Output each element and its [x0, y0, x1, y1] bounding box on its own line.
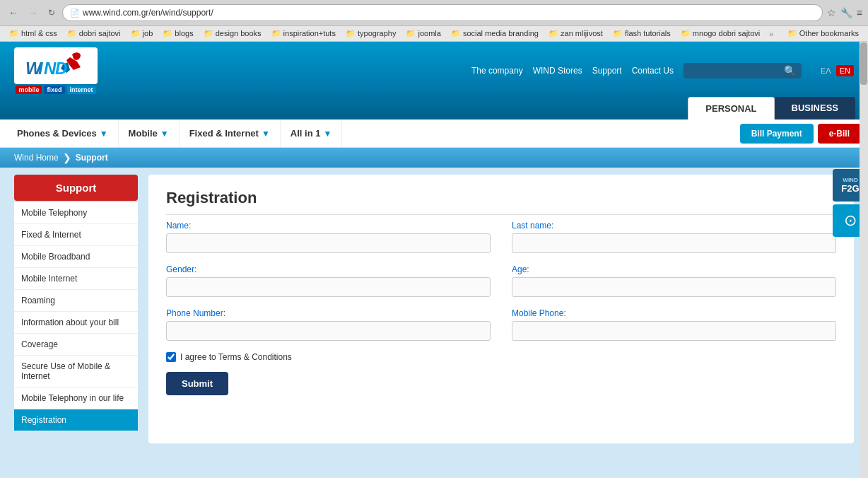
form-title: Registration: [166, 189, 836, 215]
gender-input[interactable]: [166, 277, 491, 297]
breadcrumb: Wind Home ❯ Support: [0, 148, 868, 168]
nav-contact[interactable]: Contact Us: [632, 66, 674, 76]
mobile-phone-label: Mobile Phone:: [512, 308, 836, 318]
search-icon[interactable]: 🔍: [784, 65, 796, 76]
sidebar-item-secure-use[interactable]: Secure Use of Mobile & Internet: [14, 356, 138, 387]
name-input[interactable]: [166, 233, 491, 253]
phone-label: Phone Number:: [166, 308, 491, 318]
sidebar-item-bill-info[interactable]: Information about your bill: [14, 312, 138, 334]
other-bookmarks[interactable]: 📁 Other bookmarks: [784, 28, 862, 39]
form-group-phone: Phone Number:: [166, 308, 491, 341]
form-group-age: Age:: [512, 264, 836, 297]
submit-button[interactable]: Submit: [166, 372, 228, 395]
menu-icon[interactable]: ≡: [857, 7, 862, 18]
nav-fixed-label: Fixed & Internet: [189, 128, 259, 139]
nav-phones-devices[interactable]: Phones & Devices ▼: [7, 119, 119, 147]
bookmarks-bar: 📁 html & css 📁 dobri sajtovi 📁 job 📁 blo…: [0, 26, 868, 42]
nav-fixed-internet[interactable]: Fixed & Internet ▼: [180, 119, 281, 147]
scrollbar[interactable]: [860, 42, 868, 478]
lastname-label: Last name:: [512, 221, 836, 231]
nav-support[interactable]: Support: [592, 66, 622, 76]
address-bar[interactable]: 📄 www.wind.com.gr/en/wind/support/: [62, 4, 823, 21]
bookmark-design[interactable]: 📁 design books: [200, 28, 265, 39]
more-bookmarks[interactable]: »: [769, 30, 773, 38]
fixed-dropdown-icon: ▼: [262, 129, 270, 139]
bookmark-zan[interactable]: 📁 zan mlijivost: [545, 28, 606, 39]
tab-personal[interactable]: PERSONAL: [688, 97, 774, 119]
form-row-phones: Phone Number: Mobile Phone:: [166, 308, 836, 341]
form-group-name: Name:: [166, 221, 491, 253]
bill-payment-button[interactable]: Bill Payment: [740, 124, 814, 144]
bookmark-inspiration[interactable]: 📁 inspiration+tuts: [268, 28, 339, 39]
bookmark-dobri[interactable]: 📁 dobri sajtovi: [64, 28, 124, 39]
ebill-button[interactable]: e-Bill: [818, 124, 861, 144]
bookmark-mnogo[interactable]: 📁 mnogo dobri sajtovi: [677, 28, 763, 39]
terms-row: I agree to Terms & Conditions: [166, 352, 836, 362]
breadcrumb-current: Support: [76, 153, 108, 163]
bookmark-job[interactable]: 📁 job: [127, 28, 157, 39]
form-row-gender-age: Gender: Age:: [166, 264, 836, 297]
bookmark-social[interactable]: 📁 social media branding: [447, 28, 542, 39]
sidebar-item-mobile-internet[interactable]: Mobile Internet: [14, 268, 138, 290]
sidebar-item-roaming[interactable]: Roaming: [14, 290, 138, 312]
logo-area: W I N D mobile fixed internet: [14, 47, 98, 94]
nav-company[interactable]: The company: [471, 66, 523, 76]
tag-internet: internet: [67, 86, 96, 94]
form-row-name: Name: Last name:: [166, 221, 836, 253]
sidebar-item-registration[interactable]: Registration: [14, 409, 138, 431]
sidebar-item-mobile-telephony[interactable]: Mobile Telephony: [14, 202, 138, 224]
forward-button[interactable]: →: [25, 7, 41, 18]
support-button[interactable]: Support: [14, 175, 138, 201]
sidebar-item-telephony-life[interactable]: Mobile Telephony in our life: [14, 387, 138, 409]
svg-text:D: D: [55, 59, 67, 78]
content-area: Support Mobile Telephony Fixed & Interne…: [0, 168, 868, 450]
nav-allin1[interactable]: All in 1 ▼: [281, 119, 343, 147]
bookmark-blogs[interactable]: 📁 blogs: [159, 28, 197, 39]
bookmark-joomla[interactable]: 📁 joomla: [402, 28, 444, 39]
nav-mobile[interactable]: Mobile ▼: [119, 119, 180, 147]
sidebar-item-coverage[interactable]: Coverage: [14, 334, 138, 356]
gender-label: Gender:: [166, 264, 491, 274]
nav-allin1-label: All in 1: [291, 128, 321, 139]
search-box[interactable]: 🔍: [684, 63, 802, 78]
lastname-input[interactable]: [512, 233, 836, 253]
bookmark-typography[interactable]: 📁 typography: [342, 28, 399, 39]
phone-input[interactable]: [166, 321, 491, 341]
age-label: Age:: [512, 264, 836, 274]
phones-dropdown-icon: ▼: [100, 129, 108, 139]
sidebar-item-fixed-internet[interactable]: Fixed & Internet: [14, 224, 138, 246]
bookmark-flash[interactable]: 📁 flash tutorials: [609, 28, 674, 39]
mobile-dropdown-icon: ▼: [160, 129, 169, 139]
search-input[interactable]: [689, 66, 781, 76]
website: W I N D mobile fixed internet The compan…: [0, 42, 868, 478]
bookmark-html-css[interactable]: 📁 html & css: [6, 28, 61, 39]
lang-el[interactable]: ΕΛ: [817, 65, 835, 76]
tab-business[interactable]: BUSINESS: [775, 97, 855, 119]
form-group-mobile-phone: Mobile Phone:: [512, 308, 836, 341]
scrollbar-thumb[interactable]: [860, 42, 867, 85]
sidebar: Support Mobile Telephony Fixed & Interne…: [14, 175, 138, 443]
terms-checkbox[interactable]: [166, 352, 176, 362]
sidebar-menu: Mobile Telephony Fixed & Internet Mobile…: [14, 202, 138, 431]
extensions-icon[interactable]: 🔧: [840, 7, 852, 18]
location-icon: ⊙: [844, 211, 857, 230]
name-label: Name:: [166, 221, 491, 231]
form-group-gender: Gender:: [166, 264, 491, 297]
lang-en[interactable]: EN: [836, 65, 854, 76]
site-header: W I N D mobile fixed internet The compan…: [0, 42, 868, 119]
sidebar-item-mobile-broadband[interactable]: Mobile Broadband: [14, 246, 138, 268]
refresh-button[interactable]: ↻: [45, 8, 58, 18]
age-input[interactable]: [512, 277, 836, 297]
browser-chrome: ← → ↻ 📄 www.wind.com.gr/en/wind/support/…: [0, 0, 868, 42]
nav-stores[interactable]: WIND Stores: [533, 66, 582, 76]
tag-mobile: mobile: [16, 86, 42, 94]
breadcrumb-home[interactable]: Wind Home: [14, 153, 59, 163]
header-top: W I N D mobile fixed internet The compan…: [0, 42, 868, 97]
registration-form-panel: Registration Name: Last name: Gender: Ag…: [148, 175, 854, 443]
wind-logo-svg: W I N D: [24, 52, 88, 78]
nav-mobile-label: Mobile: [129, 128, 158, 139]
back-button[interactable]: ←: [6, 7, 21, 18]
bookmark-star-icon[interactable]: ☆: [827, 7, 836, 18]
mobile-phone-input[interactable]: [512, 321, 836, 341]
breadcrumb-arrow-icon: ❯: [63, 152, 71, 163]
